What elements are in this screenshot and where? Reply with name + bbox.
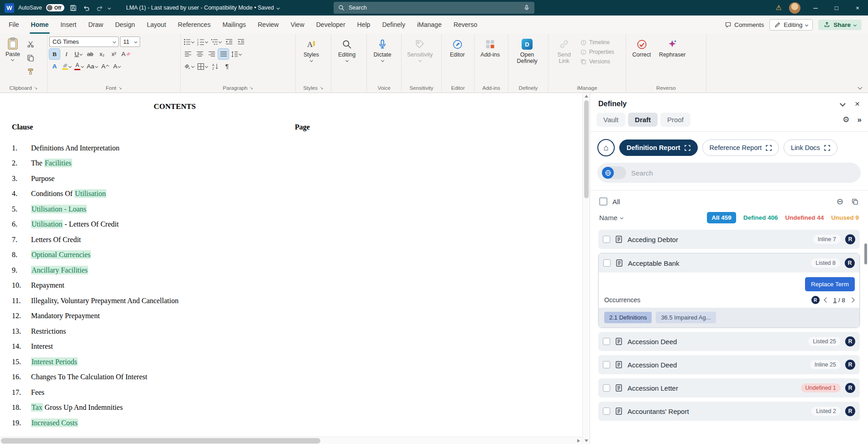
borders-button[interactable] [196, 61, 209, 72]
term-checkbox[interactable] [603, 408, 610, 415]
ribbon-tab-developer[interactable]: Developer [310, 15, 351, 34]
clipboard-dialog-launcher[interactable]: ↘ [34, 86, 38, 90]
definition-report-button[interactable]: Definition Report [619, 139, 698, 156]
close-button[interactable]: × [847, 0, 868, 15]
numbering-button[interactable]: 123 [196, 36, 209, 47]
ribbon-tab-references[interactable]: References [172, 15, 217, 34]
ribbon-tab-design[interactable]: Design [109, 15, 141, 34]
superscript-button[interactable]: x² [109, 49, 119, 59]
definely-logo-icon[interactable]: R [845, 336, 855, 346]
vertical-scrollbar[interactable] [582, 93, 590, 444]
definely-logo-icon[interactable]: R [845, 406, 855, 416]
defined-term-highlight[interactable]: Utilisation [31, 220, 63, 228]
ribbon-tab-view[interactable]: View [285, 15, 310, 34]
comments-button[interactable]: Comments [725, 21, 764, 28]
ribbon-tab-help[interactable]: Help [351, 15, 376, 34]
copy-icon[interactable] [26, 52, 36, 63]
save-icon[interactable] [68, 3, 78, 12]
sort-dropdown[interactable]: Name [599, 214, 623, 222]
defined-term-highlight[interactable]: Increased Costs [31, 418, 78, 427]
ribbon-tab-layout[interactable]: Layout [141, 15, 172, 34]
autosave-toggle[interactable]: Off [46, 4, 64, 11]
scroll-right-arrow-icon[interactable] [577, 439, 580, 443]
undo-icon[interactable] [82, 3, 91, 12]
warning-icon[interactable]: ⚠ [776, 4, 782, 12]
link-docs-button[interactable]: Link Docs [784, 139, 837, 156]
user-avatar[interactable] [789, 2, 800, 14]
filter-defined[interactable]: Defined 406 [743, 214, 778, 221]
defined-term-highlight[interactable]: Optional Currencies [31, 250, 91, 259]
font-size-combo[interactable]: 11 [120, 36, 140, 47]
ribbon-tab-insert[interactable]: Insert [54, 15, 82, 34]
document-area[interactable]: CONTENTS Clause Page 1.Definitions And I… [0, 93, 582, 444]
next-occurrence-icon[interactable] [849, 297, 854, 302]
panel-collapse-chevron-icon[interactable] [840, 101, 846, 107]
paragraph-dialog-launcher[interactable]: ↘ [250, 86, 253, 90]
document-page[interactable]: CONTENTS Clause Page 1.Definitions And I… [0, 93, 582, 437]
addins-button[interactable]: Add-ins [476, 35, 504, 58]
line-spacing-button[interactable] [230, 49, 242, 59]
format-painter-icon[interactable] [26, 66, 36, 77]
justify-button[interactable] [218, 49, 229, 59]
scroll-down-arrow-icon[interactable] [585, 439, 588, 442]
expand-panel-double-chevron-icon[interactable]: » [858, 115, 862, 124]
editing-button[interactable]: Editing [333, 35, 361, 62]
filter-unused[interactable]: Unused 9 [831, 214, 859, 221]
maximize-button[interactable]: □ [826, 0, 847, 15]
cut-icon[interactable] [26, 39, 36, 49]
replace-term-button[interactable]: Replace Term [805, 277, 855, 291]
collapse-all-icon[interactable]: ⊖ [837, 196, 843, 207]
redo-icon[interactable] [95, 3, 104, 12]
mic-icon[interactable] [523, 5, 530, 11]
home-button[interactable]: ⌂ [597, 139, 615, 156]
bullets-button[interactable] [183, 36, 195, 47]
sort-button[interactable]: AZ [210, 61, 220, 72]
document-title[interactable]: LMA (1) - Last saved by user - Compatibi… [126, 5, 279, 11]
subscript-button[interactable]: x₂ [97, 49, 107, 59]
ribbon-tab-home[interactable]: Home [25, 15, 55, 34]
horizontal-scrollbar[interactable] [0, 437, 582, 444]
clear-formatting-button[interactable]: A [120, 49, 131, 59]
defined-term-highlight[interactable]: Interest Periods [31, 357, 78, 366]
highlight-color-button[interactable] [61, 61, 72, 72]
font-name-combo[interactable]: CG Times [49, 36, 119, 47]
term-checkbox[interactable] [603, 384, 610, 392]
font-dialog-launcher[interactable]: ↘ [119, 86, 122, 90]
definely-logo-icon[interactable]: R [845, 383, 855, 393]
rephraser-button[interactable]: Rephraser [655, 35, 689, 58]
align-center-button[interactable] [194, 49, 205, 59]
panel-search[interactable]: Search [597, 163, 861, 183]
tab-vault[interactable]: Vault [596, 113, 625, 127]
defined-term-highlight[interactable]: Utilisation - Loans [31, 205, 87, 213]
paste-button[interactable]: Paste [2, 35, 24, 61]
tab-draft[interactable]: Draft [628, 113, 658, 127]
term-row[interactable]: Accountants' ReportListed 2R [598, 402, 860, 421]
share-button[interactable]: Share [818, 20, 862, 30]
search-scope-toggle[interactable] [601, 166, 626, 179]
change-case-button[interactable]: Aa [86, 61, 99, 72]
panel-scrollbar-thumb[interactable] [864, 243, 867, 264]
definely-logo-icon[interactable]: R [811, 296, 820, 304]
decrease-indent-button[interactable] [224, 36, 234, 47]
term-row[interactable]: Acceptable BankListed 8R [599, 253, 859, 273]
text-effects-button[interactable]: A [49, 61, 60, 72]
font-color-button[interactable]: A [73, 61, 84, 72]
ribbon-tab-draw[interactable]: Draw [82, 15, 109, 34]
definely-logo-icon[interactable]: R [845, 258, 855, 268]
copy-stack-icon[interactable] [851, 198, 859, 206]
horizontal-scrollbar-thumb[interactable] [1, 438, 320, 444]
editor-button[interactable]: Editor [444, 35, 471, 58]
align-left-button[interactable] [183, 49, 193, 59]
term-checkbox[interactable] [603, 236, 610, 243]
defined-term-highlight[interactable]: Tax [31, 403, 43, 412]
open-definely-button[interactable]: D Open Definely [510, 35, 544, 65]
settings-gear-icon[interactable]: ⚙ [842, 115, 849, 124]
titlebar-search[interactable]: Search [334, 2, 534, 14]
show-paragraph-marks-button[interactable]: ¶ [222, 61, 232, 72]
definely-logo-icon[interactable]: R [845, 234, 855, 244]
ribbon-tab-definely[interactable]: Definely [376, 15, 411, 34]
styles-dialog-launcher[interactable]: ↘ [320, 86, 324, 90]
ribbon-tab-review[interactable]: Review [252, 15, 285, 34]
editing-mode-button[interactable]: Editing [769, 19, 813, 31]
align-right-button[interactable] [206, 49, 217, 59]
